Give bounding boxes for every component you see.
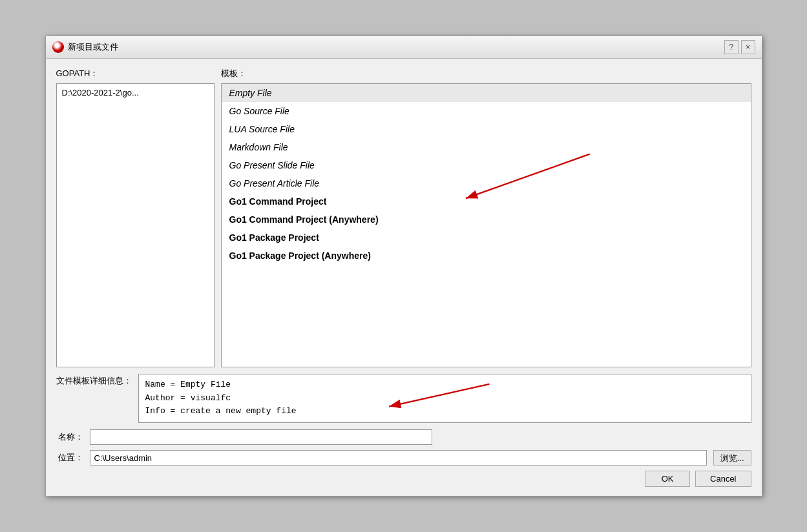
file-info-label: 文件模板详细信息： <box>56 374 132 387</box>
dialog-title: 新项目或文件 <box>68 41 118 53</box>
title-bar: 新项目或文件 ? × <box>46 36 762 59</box>
template-label: 模板： <box>221 68 246 79</box>
app-icon <box>52 41 64 53</box>
template-item-go-present-article[interactable]: Go Present Article File <box>222 174 751 192</box>
gopath-panel: D:\2020-2021-2\go... <box>56 83 215 367</box>
name-input[interactable] <box>90 429 432 445</box>
template-panel: Empty File Go Source File LUA Source Fil… <box>221 83 751 367</box>
location-label: 位置： <box>56 452 83 464</box>
gopath-item[interactable]: D:\2020-2021-2\go... <box>59 87 211 99</box>
template-item-go-present-slide[interactable]: Go Present Slide File <box>222 156 751 174</box>
template-item-go1-package-project-anywhere[interactable]: Go1 Package Project (Anywhere) <box>222 247 751 265</box>
template-item-markdown-file[interactable]: Markdown File <box>222 138 751 156</box>
template-item-go1-command-project-anywhere[interactable]: Go1 Command Project (Anywhere) <box>222 210 751 229</box>
file-info-line1: Name = Empty File <box>145 378 744 392</box>
template-item-go-source-file[interactable]: Go Source File <box>222 102 751 120</box>
location-input[interactable] <box>90 450 707 466</box>
file-info-line3: Info = create a new empty file <box>145 405 744 418</box>
template-item-lua-source-file[interactable]: LUA Source File <box>222 120 751 138</box>
file-info-line2: Author = visualfc <box>145 392 744 405</box>
template-item-empty-file[interactable]: Empty File <box>222 84 751 102</box>
browse-button[interactable]: 浏览... <box>713 450 751 466</box>
name-label: 名称： <box>56 431 83 443</box>
template-item-go1-command-project[interactable]: Go1 Command Project <box>222 192 751 210</box>
ok-button[interactable]: OK <box>645 471 690 487</box>
close-button[interactable]: × <box>741 40 755 54</box>
gopath-label: GOPATH： <box>56 68 221 79</box>
help-button[interactable]: ? <box>724 40 739 54</box>
template-item-go1-package-project[interactable]: Go1 Package Project <box>222 229 751 247</box>
file-info-content: Name = Empty File Author = visualfc Info… <box>138 374 751 423</box>
cancel-button[interactable]: Cancel <box>695 471 751 487</box>
